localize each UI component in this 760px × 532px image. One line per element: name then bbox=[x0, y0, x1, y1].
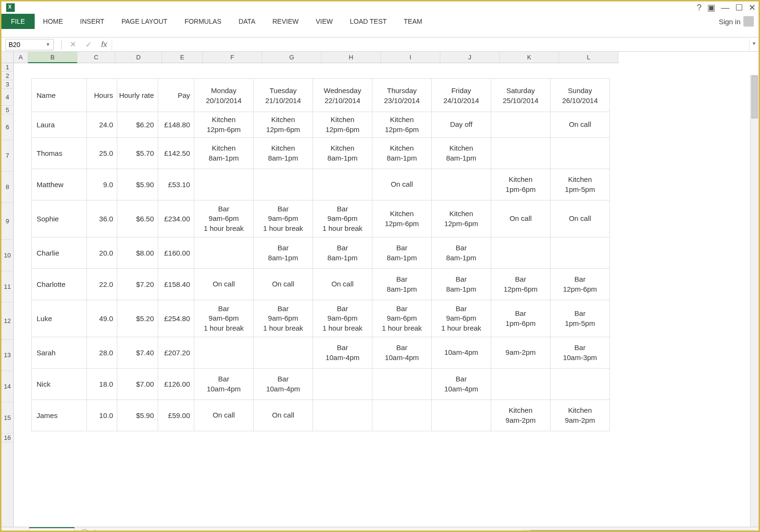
tab-nav-prev-icon[interactable]: ◄ bbox=[1, 530, 15, 532]
file-tab[interactable]: FILE bbox=[1, 14, 35, 29]
cell-shift[interactable]: Bar 9am-6pm 1 hour break bbox=[254, 200, 313, 238]
help-icon[interactable]: ? bbox=[697, 3, 702, 13]
cell-hours[interactable]: 24.0 bbox=[87, 112, 117, 138]
cell-shift[interactable] bbox=[254, 337, 313, 369]
cell-pay[interactable]: £126.00 bbox=[158, 369, 194, 400]
cell-pay[interactable]: £160.00 bbox=[158, 238, 194, 269]
cell-pay[interactable]: £207.20 bbox=[158, 337, 194, 369]
cell-shift[interactable]: Bar 12pm-6pm bbox=[491, 269, 551, 300]
row-header-11[interactable]: 11 bbox=[1, 271, 13, 303]
cell-shift[interactable]: Bar 9am-6pm 1 hour break bbox=[194, 300, 254, 337]
cell-pay[interactable]: £59.00 bbox=[158, 400, 194, 431]
ribbon-tab-insert[interactable]: INSERT bbox=[72, 14, 113, 29]
tab-nav-next-icon[interactable]: ► bbox=[15, 530, 29, 532]
cell-shift[interactable] bbox=[551, 138, 610, 169]
cell-shift[interactable]: Bar 10am-4pm bbox=[313, 337, 372, 369]
cell-shift[interactable]: Kitchen 12pm-6pm bbox=[313, 112, 372, 138]
cell-shift[interactable]: Kitchen 8am-1pm bbox=[254, 138, 313, 169]
row-header-2[interactable]: 2 bbox=[1, 72, 13, 80]
cell-shift[interactable]: On call bbox=[551, 200, 610, 238]
cell-shift[interactable] bbox=[194, 337, 254, 369]
cell-shift[interactable]: Kitchen 1pm-5pm bbox=[551, 169, 610, 200]
cell-name[interactable]: Charlie bbox=[32, 238, 87, 269]
cell-name[interactable]: Matthew bbox=[32, 169, 87, 200]
cell-shift[interactable]: Bar 1pm-6pm bbox=[491, 300, 551, 337]
cell-name[interactable]: Sophie bbox=[32, 200, 87, 238]
cell-pay[interactable]: £53.10 bbox=[158, 169, 194, 200]
ribbon-tab-review[interactable]: REVIEW bbox=[264, 14, 307, 29]
cell-shift[interactable] bbox=[372, 400, 432, 431]
cell-shift[interactable]: Bar 10am-3pm bbox=[551, 337, 610, 369]
cell-shift[interactable]: Bar 9am-6pm 1 hour break bbox=[372, 300, 432, 337]
cell-hours[interactable]: 18.0 bbox=[87, 369, 117, 400]
ribbon-tab-formulas[interactable]: FORMULAS bbox=[176, 14, 230, 29]
cell-shift[interactable]: Kitchen 12pm-6pm bbox=[194, 112, 254, 138]
cell-shift[interactable] bbox=[254, 169, 313, 200]
col-header-D[interactable]: D bbox=[115, 52, 162, 63]
cell-shift[interactable] bbox=[491, 112, 551, 138]
cell-hours[interactable]: 22.0 bbox=[87, 269, 117, 300]
cell-hours[interactable]: 9.0 bbox=[87, 169, 117, 200]
cancel-formula-icon[interactable]: ✕ bbox=[65, 40, 81, 49]
name-box[interactable]: B20▼ bbox=[5, 39, 54, 50]
cell-shift[interactable]: On call bbox=[194, 400, 254, 431]
fx-icon[interactable]: fx bbox=[96, 40, 112, 49]
cell-shift[interactable]: Kitchen 8am-1pm bbox=[432, 138, 491, 169]
cell-shift[interactable]: Bar 9am-6pm 1 hour break bbox=[194, 200, 254, 238]
cell-shift[interactable] bbox=[432, 400, 491, 431]
cell-hours[interactable]: 28.0 bbox=[87, 337, 117, 369]
cell-rate[interactable]: $7.40 bbox=[117, 337, 158, 369]
cell-shift[interactable] bbox=[194, 238, 254, 269]
cell-shift[interactable] bbox=[551, 369, 610, 400]
ribbon-tab-page-layout[interactable]: PAGE LAYOUT bbox=[113, 14, 176, 29]
cell-shift[interactable]: Bar 8am-1pm bbox=[254, 238, 313, 269]
ribbon-tab-data[interactable]: DATA bbox=[230, 14, 264, 29]
cell-rate[interactable]: $6.50 bbox=[117, 200, 158, 238]
row-header-4[interactable]: 4 bbox=[1, 89, 13, 106]
cell-name[interactable]: James bbox=[32, 400, 87, 431]
cell-shift[interactable] bbox=[551, 238, 610, 269]
cell-shift[interactable]: Bar 9am-6pm 1 hour break bbox=[254, 300, 313, 337]
cell-pay[interactable]: £158.40 bbox=[158, 269, 194, 300]
cell-shift[interactable]: On call bbox=[372, 169, 432, 200]
formula-input[interactable] bbox=[112, 39, 749, 50]
cell-shift[interactable]: Bar 9am-6pm 1 hour break bbox=[313, 200, 372, 238]
cell-shift[interactable]: Kitchen 12pm-6pm bbox=[432, 200, 491, 238]
cell-shift[interactable]: On call bbox=[551, 112, 610, 138]
cell-rate[interactable]: $8.00 bbox=[117, 238, 158, 269]
cell-pay[interactable]: £234.00 bbox=[158, 200, 194, 238]
row-header-9[interactable]: 9 bbox=[1, 203, 13, 240]
expand-formula-bar-icon[interactable]: ▼ bbox=[749, 39, 759, 50]
cell-shift[interactable] bbox=[313, 169, 372, 200]
row-header-14[interactable]: 14 bbox=[1, 371, 13, 402]
cell-rate[interactable]: $7.20 bbox=[117, 269, 158, 300]
cell-name[interactable]: Thomas bbox=[32, 138, 87, 169]
cell-shift[interactable]: Bar 1pm-5pm bbox=[551, 300, 610, 337]
cell-rate[interactable]: $5.90 bbox=[117, 169, 158, 200]
cell-shift[interactable]: On call bbox=[254, 400, 313, 431]
cell-rate[interactable]: $6.20 bbox=[117, 112, 158, 138]
row-header-15[interactable]: 15 bbox=[1, 402, 13, 434]
cell-shift[interactable] bbox=[491, 138, 551, 169]
row-header-13[interactable]: 13 bbox=[1, 340, 13, 371]
cell-shift[interactable]: On call bbox=[313, 269, 372, 300]
minimize-icon[interactable]: — bbox=[721, 3, 730, 13]
cell-shift[interactable]: Kitchen 8am-1pm bbox=[313, 138, 372, 169]
cell-shift[interactable] bbox=[491, 369, 551, 400]
cell-hours[interactable]: 25.0 bbox=[87, 138, 117, 169]
cell-shift[interactable] bbox=[491, 238, 551, 269]
cell-shift[interactable]: Kitchen 1pm-6pm bbox=[491, 169, 551, 200]
col-header-J[interactable]: J bbox=[440, 52, 500, 63]
row-header-16[interactable]: 16 bbox=[1, 434, 13, 442]
cell-shift[interactable]: On call bbox=[491, 200, 551, 238]
ribbon-tab-team[interactable]: TEAM bbox=[395, 14, 431, 29]
chevron-down-icon[interactable]: ▼ bbox=[46, 42, 50, 47]
col-header-C[interactable]: C bbox=[77, 52, 115, 63]
cell-shift[interactable]: Day off bbox=[432, 112, 491, 138]
cell-hours[interactable]: 49.0 bbox=[87, 300, 117, 337]
cell-shift[interactable]: Bar 9am-6pm 1 hour break bbox=[432, 300, 491, 337]
col-header-H[interactable]: H bbox=[322, 52, 381, 63]
row-header-8[interactable]: 8 bbox=[1, 171, 13, 203]
col-header-G[interactable]: G bbox=[262, 52, 322, 63]
row-header-3[interactable]: 3 bbox=[1, 80, 13, 89]
